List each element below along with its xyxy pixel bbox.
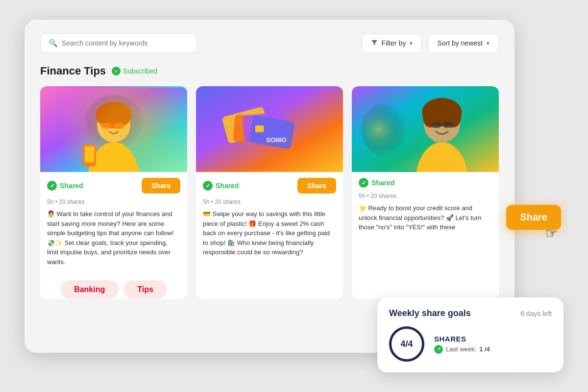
progress-circle: 4/4: [389, 326, 424, 362]
shared-check-icon-3: ✓: [359, 178, 368, 188]
section-title-row: Finance Tips ✓ Subscribed: [40, 65, 499, 77]
share-button-2[interactable]: Share: [297, 178, 336, 194]
svg-point-18: [361, 101, 418, 158]
subscribed-check-icon: ✓: [112, 67, 121, 75]
last-week-value: 1 /4: [479, 345, 490, 353]
card-meta-2: 5h • 20 shares: [203, 198, 336, 205]
days-left: 6 days left: [520, 310, 552, 318]
card-meta-3: 5h • 20 shares: [359, 193, 492, 199]
svg-rect-5: [101, 122, 112, 129]
card-text-3: ⭐ Ready to boost your credit score and u…: [359, 203, 492, 232]
svg-point-2: [88, 142, 140, 172]
content-card-1: ✓ Shared Share 5h • 20 shares 🧑‍💼 Want t…: [40, 86, 187, 299]
tag-banking: Banking: [60, 280, 119, 299]
card-text-2: 💳 Swipe your way to savings with this li…: [203, 209, 336, 257]
svg-rect-9: [85, 147, 94, 163]
weekly-goals-header: Weekly share goals 6 days left: [389, 308, 552, 318]
header-row: 🔍 Filter by ▾ Sort by newest ▾: [40, 33, 499, 53]
search-input[interactable]: [62, 39, 189, 47]
shared-row-2: ✓ Shared Share: [203, 178, 336, 194]
weekly-goals-title: Weekly share goals: [389, 308, 471, 318]
filter-icon: [371, 39, 378, 48]
shared-row-1: ✓ Shared Share: [47, 178, 180, 194]
svg-rect-8: [83, 145, 96, 167]
arrow-up-icon: ↗: [434, 345, 443, 354]
svg-point-3: [97, 109, 130, 142]
card-svg-2: SOMO: [196, 86, 343, 172]
filter-sort-row: Filter by ▾ Sort by newest ▾: [362, 34, 499, 53]
subscribed-badge: ✓ Subscribed: [112, 67, 157, 75]
filter-label: Filter by: [382, 39, 406, 47]
shares-label: SHARES: [434, 335, 552, 343]
svg-rect-0: [40, 88, 187, 171]
shared-label-3: Shared: [371, 179, 394, 187]
weekly-stats: SHARES ↗ Last week: 1 /4: [434, 335, 552, 354]
card-text-1: 🧑‍💼 Want to take control of your finance…: [47, 209, 180, 267]
svg-rect-6: [114, 122, 124, 129]
subscribed-label: Subscribed: [123, 67, 157, 75]
filter-button[interactable]: Filter by ▾: [362, 34, 422, 53]
card-svg-1: [40, 86, 187, 172]
sort-button[interactable]: Sort by newest ▾: [428, 34, 499, 53]
card-image-1: [40, 86, 187, 172]
cursor-icon: ☞: [545, 225, 558, 242]
scene: 🔍 Filter by ▾ Sort by newest ▾ Finance T…: [24, 20, 564, 372]
shared-check-icon-2: ✓: [203, 181, 213, 191]
card-content-2: ✓ Shared Share 5h • 20 shares 💳 Swipe yo…: [196, 172, 343, 263]
section-title: Finance Tips: [40, 65, 106, 77]
cards-grid: ✓ Shared Share 5h • 20 shares 🧑‍💼 Want t…: [40, 86, 499, 299]
card-image-3: [352, 86, 499, 172]
sort-label: Sort by newest: [437, 39, 483, 47]
svg-point-4: [96, 102, 132, 128]
tag-tips: Tips: [123, 280, 167, 299]
svg-rect-24: [432, 122, 441, 128]
shared-status-3: ✓ Shared: [359, 178, 394, 188]
progress-value: 4/4: [400, 339, 413, 349]
weekly-goals-content: 4/4 SHARES ↗ Last week: 1 /4: [389, 326, 552, 362]
shared-row-3: ✓ Shared: [359, 178, 492, 188]
card-content-3: ✓ Shared 5h • 20 shares ⭐ Ready to boost…: [352, 172, 499, 238]
shared-status-1: ✓ Shared: [47, 181, 83, 191]
card-image-2: SOMO: [196, 86, 343, 172]
chevron-down-icon-sort: ▾: [487, 40, 490, 47]
content-card-3: ✓ Shared 5h • 20 shares ⭐ Ready to boost…: [352, 86, 499, 299]
content-card-2: SOMO ✓ Shared Share 5h • 20 shares 💳: [196, 86, 343, 299]
chevron-down-icon: ▾: [410, 40, 413, 47]
tags-row: Banking Tips: [40, 280, 187, 299]
last-week-row: ↗ Last week: 1 /4: [434, 345, 552, 354]
card-meta-1: 5h • 20 shares: [47, 198, 180, 205]
shared-check-icon-1: ✓: [47, 181, 57, 191]
card-content-1: ✓ Shared Share 5h • 20 shares 🧑‍💼 Want t…: [40, 172, 187, 272]
svg-point-1: [83, 95, 145, 156]
share-button-1[interactable]: Share: [142, 178, 180, 194]
last-week-label: Last week:: [446, 345, 476, 353]
shared-label-2: Shared: [216, 182, 239, 190]
shared-label-1: Shared: [60, 182, 83, 190]
svg-rect-25: [443, 122, 453, 128]
shared-status-2: ✓ Shared: [203, 181, 239, 191]
svg-text:SOMO: SOMO: [266, 136, 286, 144]
svg-rect-16: [255, 125, 264, 132]
search-icon: 🔍: [49, 39, 58, 48]
search-box[interactable]: 🔍: [40, 33, 197, 53]
weekly-goals-card: Weekly share goals 6 days left 4/4 SHARE…: [377, 297, 564, 372]
card-svg-3: [352, 86, 499, 172]
